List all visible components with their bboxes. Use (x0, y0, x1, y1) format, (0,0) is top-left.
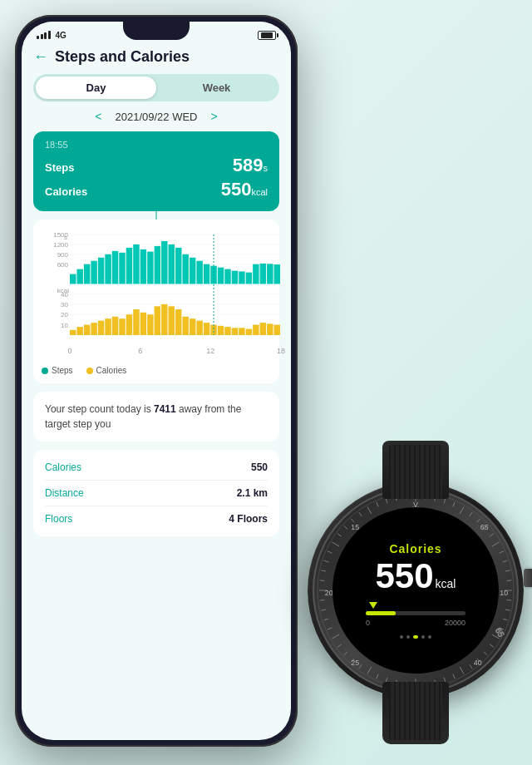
calories-unit: kcal (251, 187, 268, 197)
svg-line-14 (505, 570, 510, 571)
card-connector (156, 211, 157, 220)
svg-line-37 (359, 664, 362, 669)
watch-bezel: 60 65 60 65 10 40 30 25 20 15 V Calo (313, 487, 519, 693)
svg-line-43 (324, 619, 329, 620)
calories-number: 550 (221, 179, 252, 200)
svg-line-6 (460, 506, 464, 514)
svg-line-54 (351, 519, 354, 522)
back-button[interactable]: ← (33, 48, 48, 66)
steps-unit: s (264, 163, 268, 173)
list-floors-value: 4 Floors (229, 513, 268, 525)
svg-line-22 (490, 644, 494, 647)
svg-line-36 (367, 667, 372, 674)
stats-time: 18:55 (45, 140, 268, 150)
watch-calories-number: 550 (376, 559, 434, 594)
dot (406, 635, 410, 639)
chart-container (42, 228, 271, 361)
svg-text:65: 65 (480, 523, 489, 531)
chart-area: Steps Calories (33, 220, 279, 383)
next-date-button[interactable]: > (211, 110, 218, 123)
current-date: 2021/09/22 WED (115, 111, 197, 123)
app-content: ← Steps and Calories Day Week < 2021/09/… (22, 43, 291, 536)
svg-line-53 (344, 526, 347, 529)
svg-line-48 (321, 570, 326, 571)
watch-calories-label: Calories (389, 542, 441, 555)
watch-device: 60 65 60 65 10 40 30 25 20 15 V Calo (291, 449, 532, 732)
chart-canvas (42, 228, 288, 357)
svg-text:40: 40 (474, 659, 482, 667)
svg-line-49 (324, 560, 329, 562)
watch-progress-bar-bg (366, 611, 466, 615)
svg-line-35 (377, 674, 378, 679)
status-right (258, 31, 276, 40)
strap-bottom (382, 682, 449, 744)
svg-line-52 (337, 534, 342, 536)
svg-line-40 (337, 644, 342, 647)
steps-row: Steps 589s (45, 155, 268, 176)
steps-legend-label: Steps (52, 366, 73, 375)
list-calories-label: Calories (45, 461, 81, 473)
status-left: 4G (37, 31, 66, 40)
svg-line-10 (490, 534, 494, 536)
svg-line-27 (453, 674, 455, 679)
dot-active (413, 635, 418, 639)
battery-icon (258, 31, 276, 40)
tab-day[interactable]: Day (36, 76, 156, 99)
tab-week[interactable]: Week (156, 76, 277, 99)
page-title: Steps and Calories (55, 48, 190, 66)
svg-line-57 (377, 502, 378, 506)
calories-value-display: 550kcal (221, 179, 268, 200)
prev-date-button[interactable]: < (95, 110, 101, 123)
svg-line-17 (507, 600, 512, 601)
phone-device: 4G 10:36AM ← Steps and Calories Day Week (15, 15, 298, 747)
watch-range-start: 0 (366, 619, 370, 627)
svg-line-8 (477, 519, 480, 522)
calories-row: Calories 550kcal (45, 179, 268, 200)
svg-line-44 (321, 610, 326, 610)
dot (400, 635, 403, 639)
app-header: ← Steps and Calories (33, 43, 279, 74)
signal-bars-icon (37, 31, 51, 39)
svg-line-56 (367, 506, 372, 514)
watch-crown (524, 569, 532, 587)
chart-legend: Steps Calories (42, 366, 271, 375)
watch-screen: Calories 550 kcal 0 20000 (332, 507, 499, 674)
watch-page-dots (400, 635, 431, 639)
watch-case: 60 65 60 65 10 40 30 25 20 15 V Calo (308, 482, 524, 698)
svg-text:25: 25 (351, 659, 359, 667)
signal-bar-2 (41, 34, 43, 39)
svg-text:65: 65 (494, 626, 506, 639)
battery-fill (261, 32, 273, 38)
list-item-floors: Floors 4 Floors (45, 506, 268, 531)
svg-line-7 (470, 512, 472, 516)
list-calories-value: 550 (251, 461, 268, 473)
stats-card: 18:55 Steps 589s Calories 550kcal (33, 131, 279, 211)
svg-line-55 (359, 512, 362, 516)
svg-line-51 (332, 542, 339, 546)
svg-line-26 (460, 667, 464, 674)
calories-legend-label: Calories (96, 366, 127, 375)
svg-line-13 (503, 560, 508, 562)
watch-range-end: 20000 (445, 619, 466, 627)
tab-group: Day Week (33, 74, 279, 101)
signal-bar-4 (48, 31, 51, 39)
svg-line-50 (328, 551, 332, 553)
svg-line-41 (332, 634, 339, 639)
calories-label: Calories (45, 185, 87, 198)
watch-range: 0 20000 (366, 619, 466, 627)
dot (428, 635, 431, 639)
list-floors-label: Floors (45, 513, 72, 525)
watch-progress-area: 0 20000 (366, 602, 466, 627)
calories-legend-dot (86, 368, 93, 374)
list-item-calories: Calories 550 (45, 455, 268, 481)
svg-line-45 (320, 600, 325, 601)
svg-text:10: 10 (500, 589, 508, 597)
list-item-distance: Distance 2.1 km (45, 481, 268, 506)
svg-line-12 (500, 551, 504, 553)
notch (123, 22, 190, 40)
svg-line-39 (344, 652, 347, 655)
stats-list: Calories 550 Distance 2.1 km Floors 4 Fl… (33, 450, 279, 536)
signal-bar-1 (37, 36, 39, 39)
steps-number: 589 (233, 155, 264, 175)
svg-line-25 (470, 664, 472, 669)
